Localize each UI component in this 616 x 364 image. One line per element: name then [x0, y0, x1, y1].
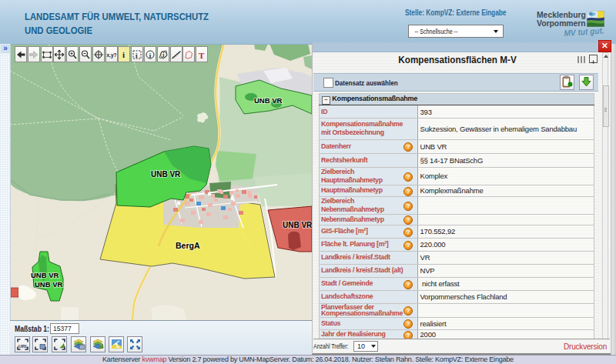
svg-text:i: i [122, 50, 125, 59]
svg-text:i: i [162, 52, 164, 58]
svg-text:UNB VR: UNB VR [31, 271, 59, 279]
svg-text:UNB VR: UNB VR [283, 221, 312, 229]
svg-text:T: T [199, 51, 205, 60]
svg-text:UNB VR: UNB VR [35, 280, 63, 289]
svg-text:URL: URL [18, 344, 28, 349]
svg-text:UNB VR: UNB VR [254, 96, 283, 105]
svg-text:UNB VR: UNB VR [151, 170, 181, 179]
svg-text:i: i [149, 52, 152, 59]
svg-text:BergA: BergA [176, 241, 200, 250]
svg-text:i: i [136, 52, 138, 59]
svg-text:x,y?: x,y? [106, 52, 116, 58]
